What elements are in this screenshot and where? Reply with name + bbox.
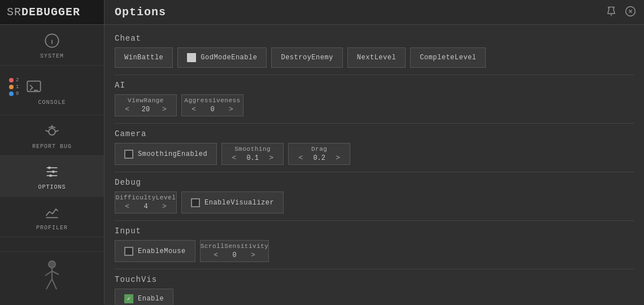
smoothing-stepper: Smoothing < 0.1 >: [221, 143, 284, 165]
console-dot-info: 0: [9, 91, 19, 97]
debug-controls: DifficultyLevel < 4 > EnableVisualizer: [115, 191, 634, 213]
sidebar-bottom-figure: [0, 251, 104, 305]
svg-line-8: [55, 130, 59, 132]
section-touchvis: TouchVis Enable: [115, 275, 634, 305]
smoothingenabled-button[interactable]: SmoothingEnabled: [115, 143, 217, 165]
smoothingenabled-checkbox: [124, 150, 133, 159]
svg-point-5: [49, 128, 55, 135]
main-content: Cheat WinBattle GodModeEnable DestroyEne…: [105, 25, 644, 305]
smoothing-label: Smoothing: [234, 146, 271, 152]
sliders-icon: [42, 162, 62, 182]
info-circle-icon: [42, 30, 62, 51]
scrollsensitivity-decrement[interactable]: <: [211, 251, 220, 259]
divider-camera: [115, 123, 634, 124]
destroyenemy-button[interactable]: DestroyEnemy: [271, 47, 342, 68]
section-title-debug: Debug: [115, 178, 634, 187]
camera-controls: SmoothingEnabled Smoothing < 0.1 > Drag …: [115, 143, 634, 165]
completelevel-button[interactable]: CompleteLevel: [410, 47, 486, 68]
touchvis-controls: Enable: [115, 289, 634, 305]
sidebar-item-system[interactable]: SYSTEM: [0, 25, 104, 66]
viewrange-label: ViewRange: [128, 97, 164, 104]
sidebar-label-options: OPTIONS: [38, 184, 66, 190]
drag-label: Drag: [311, 146, 327, 152]
drag-decrement[interactable]: <: [296, 154, 305, 162]
app-logo: SRDEBUGGER: [0, 0, 104, 25]
close-button[interactable]: [624, 5, 637, 18]
svg-point-16: [49, 261, 55, 268]
smoothingenabled-label: SmoothingEnabled: [138, 150, 207, 158]
section-title-input: Input: [115, 226, 634, 236]
section-cheat: Cheat WinBattle GodModeEnable DestroyEne…: [115, 34, 634, 75]
character-figure: [35, 259, 69, 298]
aggressiveness-increment[interactable]: >: [227, 105, 236, 114]
enable-label: Enable: [138, 295, 164, 303]
enable-checkbox: [124, 294, 133, 303]
smoothing-increment[interactable]: >: [267, 154, 276, 162]
svg-line-19: [52, 271, 59, 274]
godmode-checkbox: [187, 53, 196, 62]
svg-line-18: [45, 271, 52, 276]
divider-touchvis: [115, 269, 634, 269]
terminal-icon: [24, 77, 44, 97]
sidebar-item-profiler[interactable]: PROFILER: [0, 197, 104, 237]
enablevisualizer-checkbox: [191, 198, 200, 207]
ai-controls: ViewRange < 20 > Aggressiveness < 0 >: [115, 94, 634, 116]
scrollsensitivity-increment[interactable]: >: [249, 251, 258, 259]
enable-button[interactable]: Enable: [115, 289, 173, 305]
svg-line-7: [45, 130, 49, 132]
sidebar-label-system: SYSTEM: [40, 53, 64, 59]
smoothing-decrement[interactable]: <: [229, 154, 238, 162]
logo-sr: SR: [7, 6, 21, 19]
smoothing-value: 0.1: [244, 154, 261, 162]
viewrange-decrement[interactable]: <: [123, 105, 132, 114]
pin-button[interactable]: [604, 5, 618, 18]
bug-icon: [42, 121, 62, 141]
difficultylevel-increment[interactable]: >: [160, 202, 169, 211]
viewrange-increment[interactable]: >: [160, 105, 169, 114]
sidebar-item-report-bug[interactable]: REPORT BUG: [0, 115, 104, 156]
enablevisualizer-label: EnableVisualizer: [204, 199, 274, 207]
input-controls: EnableMouse ScrollSensitivity < 0 >: [115, 240, 634, 262]
aggressiveness-value: 0: [204, 106, 221, 114]
section-title-cheat: Cheat: [115, 34, 634, 43]
viewrange-stepper: ViewRange < 20 >: [115, 94, 177, 116]
svg-line-20: [46, 279, 52, 289]
sidebar-item-options[interactable]: OPTIONS: [0, 156, 104, 197]
logo-debugger: DEBUGGER: [21, 6, 80, 19]
scrollsensitivity-value: 0: [226, 251, 243, 259]
main-panel: Options Cheat WinBattle GodModeEnable De…: [105, 0, 644, 305]
difficultylevel-value: 4: [137, 203, 154, 211]
nextlevel-button[interactable]: NextLevel: [347, 47, 406, 68]
drag-increment[interactable]: >: [333, 154, 342, 162]
godmode-label: GodModeEnable: [201, 54, 257, 62]
divider-input: [115, 220, 634, 221]
enablemouse-checkbox: [124, 247, 133, 256]
viewrange-value: 20: [137, 106, 154, 114]
enablemouse-label: EnableMouse: [138, 247, 186, 255]
aggressiveness-stepper: Aggressiveness < 0 >: [181, 94, 243, 116]
sidebar: SRDEBUGGER SYSTEM 2 1: [0, 0, 105, 305]
drag-stepper: Drag < 0.2 >: [288, 143, 350, 165]
chart-icon: [42, 202, 62, 223]
sidebar-item-console[interactable]: 2 1 0 CONSOLE: [0, 66, 104, 115]
svg-point-12: [48, 167, 51, 169]
section-title-camera: Camera: [115, 129, 634, 138]
section-input: Input EnableMouse ScrollSensitivity < 0 …: [115, 226, 634, 269]
enablevisualizer-button[interactable]: EnableVisualizer: [181, 191, 284, 213]
sidebar-label-profiler: PROFILER: [36, 225, 68, 231]
section-debug: Debug DifficultyLevel < 4 > EnableVisual…: [115, 178, 634, 221]
drag-value: 0.2: [311, 154, 328, 162]
scrollsensitivity-label: ScrollSensitivity: [201, 243, 269, 250]
svg-point-13: [52, 171, 55, 173]
winbattle-button[interactable]: WinBattle: [115, 47, 173, 68]
sidebar-label-console: CONSOLE: [38, 99, 66, 106]
scrollsensitivity-stepper: ScrollSensitivity < 0 >: [200, 240, 269, 262]
enablemouse-button[interactable]: EnableMouse: [115, 240, 195, 262]
difficultylevel-decrement[interactable]: <: [123, 202, 132, 211]
aggressiveness-label: Aggressiveness: [184, 97, 240, 104]
sidebar-label-report-bug: REPORT BUG: [32, 143, 72, 150]
aggressiveness-decrement[interactable]: <: [189, 105, 198, 114]
godmode-button[interactable]: GodModeEnable: [177, 47, 267, 68]
svg-line-21: [52, 279, 56, 289]
top-right-controls: [604, 5, 637, 18]
